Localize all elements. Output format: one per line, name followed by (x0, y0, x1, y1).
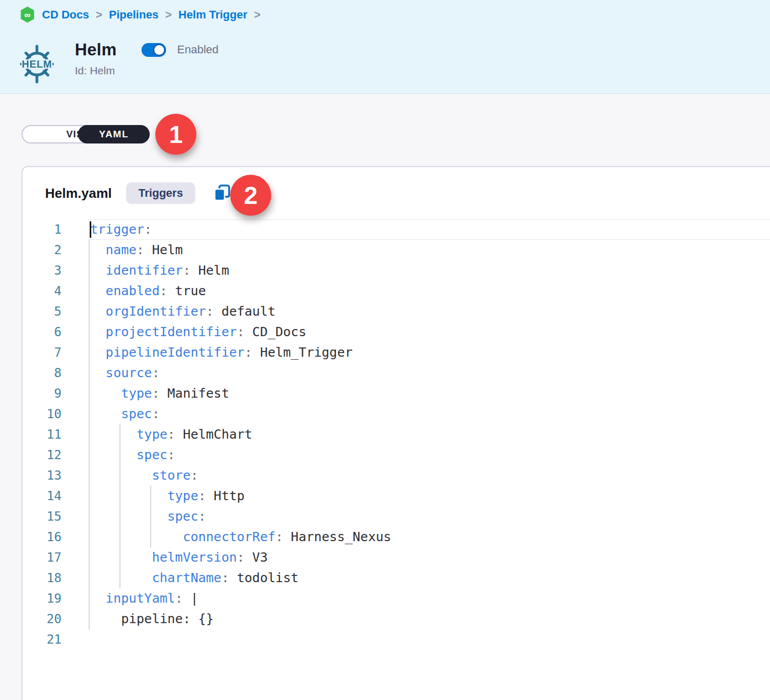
code-line[interactable]: 6 projectIdentifier: CD_Docs (23, 322, 770, 342)
line-number: 1 (23, 219, 62, 240)
code-line[interactable]: 15 spec: (23, 506, 770, 527)
code-line[interactable]: 10 spec: (23, 404, 770, 424)
svg-text:HELM: HELM (22, 58, 52, 70)
code-line[interactable]: 4 enabled: true (23, 281, 770, 301)
breadcrumb-link-project[interactable]: CD Docs (42, 8, 89, 22)
code-text: spec: (62, 445, 770, 465)
copy-icon[interactable] (213, 183, 232, 203)
trigger-header: ∞ CD Docs > Pipelines > Helm Trigger > (0, 0, 770, 94)
annotation-badge-1: 1 (155, 114, 196, 155)
code-text: trigger: (62, 219, 770, 240)
tab-yaml[interactable]: YAML (78, 125, 150, 143)
code-text: enabled: true (62, 281, 770, 301)
code-text (62, 629, 770, 650)
line-number: 8 (23, 363, 62, 383)
code-line[interactable]: 20 pipeline: {} (23, 609, 770, 629)
code-text: pipelineIdentifier: Helm_Trigger (62, 342, 770, 363)
enabled-label: Enabled (177, 43, 219, 56)
line-number: 4 (23, 281, 62, 301)
code-text: spec: (62, 506, 770, 527)
line-number: 12 (23, 445, 62, 465)
code-line[interactable]: 11 type: HelmChart (23, 424, 770, 445)
code-line[interactable]: 2 name: Helm (23, 240, 770, 260)
line-number: 9 (23, 383, 62, 404)
svg-text:∞: ∞ (24, 10, 30, 20)
visual-yaml-toggle: VISUAL YAML (22, 125, 150, 143)
code-line[interactable]: 14 type: Http (23, 486, 770, 506)
trigger-title-row: HELM Helm Enabled Id: Helm (17, 40, 218, 87)
code-line[interactable]: 1 trigger: (23, 219, 770, 240)
code-line[interactable]: 21 (23, 629, 770, 650)
breadcrumb-link-pipeline[interactable]: Helm Trigger (178, 8, 247, 22)
line-number: 10 (23, 404, 62, 424)
line-number: 15 (23, 506, 62, 527)
toggle-knob (153, 44, 165, 56)
code-line[interactable]: 17 helmVersion: V3 (23, 547, 770, 568)
code-text: inputYaml: | (62, 588, 770, 609)
code-text: source: (62, 363, 770, 383)
code-text: projectIdentifier: CD_Docs (62, 322, 770, 342)
code-line[interactable]: 16 connectorRef: Harness_Nexus (23, 527, 770, 547)
breadcrumb-separator: > (165, 8, 172, 22)
code-text: pipeline: {} (62, 609, 770, 629)
code-line[interactable]: 13 store: (23, 465, 770, 486)
yaml-editor-panel: Helm.yaml Triggers 1 trigger: 2 name: He… (22, 166, 770, 700)
code-text: type: Http (62, 486, 770, 506)
code-line[interactable]: 7 pipelineIdentifier: Helm_Trigger (23, 342, 770, 363)
trigger-id-label: Id: Helm (75, 65, 218, 77)
code-line[interactable]: 19 inputYaml: | (23, 588, 770, 609)
code-text: chartName: todolist (62, 568, 770, 588)
code-text: name: Helm (62, 240, 770, 260)
line-number: 11 (23, 424, 62, 445)
code-line[interactable]: 9 type: Manifest (23, 383, 770, 404)
code-text: type: Manifest (62, 383, 770, 404)
code-line[interactable]: 5 orgIdentifier: default (23, 301, 770, 322)
line-number: 20 (23, 609, 62, 629)
line-number: 17 (23, 547, 62, 568)
code-line[interactable]: 3 identifier: Helm (23, 260, 770, 281)
yaml-file-name: Helm.yaml (45, 186, 112, 201)
yaml-editor[interactable]: 1 trigger: 2 name: Helm 3 identifier: He… (23, 219, 770, 650)
page-title: Helm (75, 40, 117, 59)
line-number: 3 (23, 260, 62, 281)
code-line[interactable]: 8 source: (23, 363, 770, 383)
line-number: 19 (23, 588, 62, 609)
code-text: identifier: Helm (62, 260, 770, 281)
code-text: connectorRef: Harness_Nexus (62, 527, 770, 547)
line-number: 6 (23, 322, 62, 342)
code-text: helmVersion: V3 (62, 547, 770, 568)
code-text: type: HelmChart (62, 424, 770, 445)
breadcrumb-separator: > (254, 8, 260, 22)
cd-module-icon: ∞ (19, 7, 35, 23)
code-line[interactable]: 12 spec: (23, 445, 770, 465)
line-number: 21 (23, 629, 62, 650)
line-number: 16 (23, 527, 62, 547)
code-line[interactable]: 18 chartName: todolist (23, 568, 770, 588)
code-text: spec: (62, 404, 770, 424)
code-text: orgIdentifier: default (62, 301, 770, 322)
line-number: 2 (23, 240, 62, 260)
line-number: 14 (23, 486, 62, 506)
breadcrumb: ∞ CD Docs > Pipelines > Helm Trigger > (19, 7, 260, 23)
line-number: 13 (23, 465, 62, 486)
annotation-badge-2: 2 (230, 175, 271, 216)
yaml-panel-header: Helm.yaml Triggers (23, 167, 770, 219)
breadcrumb-link-pipelines[interactable]: Pipelines (109, 8, 159, 22)
line-number: 7 (23, 342, 62, 363)
triggers-button[interactable]: Triggers (126, 182, 195, 204)
code-text: store: (62, 465, 770, 486)
line-number: 18 (23, 568, 62, 588)
helm-logo-icon: HELM (17, 41, 56, 87)
breadcrumb-separator: > (96, 8, 103, 22)
enabled-toggle[interactable] (141, 43, 166, 57)
line-number: 5 (23, 301, 62, 322)
